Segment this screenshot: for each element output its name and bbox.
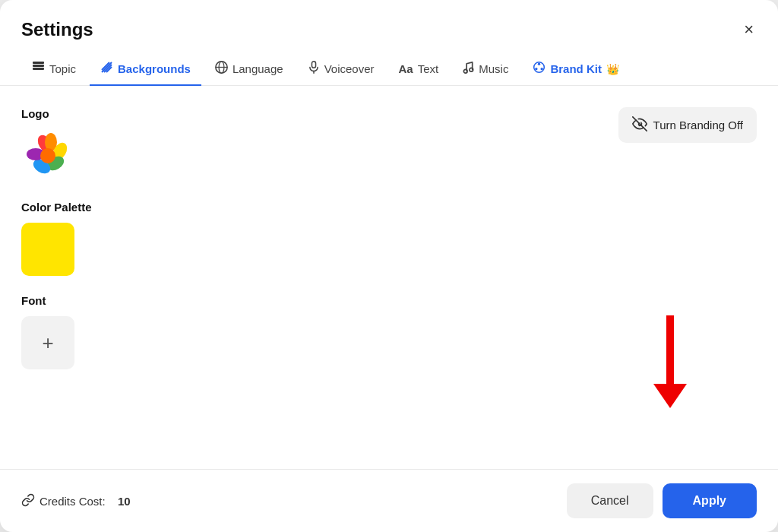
mic-icon bbox=[308, 61, 320, 77]
credits-cost: Credits Cost: 10 bbox=[21, 493, 131, 509]
svg-rect-2 bbox=[33, 62, 44, 64]
svg-rect-1 bbox=[33, 68, 44, 70]
arrow-head bbox=[653, 384, 687, 408]
globe-icon bbox=[215, 61, 228, 77]
modal-header: Settings × bbox=[0, 0, 778, 41]
turn-branding-off-label: Turn Branding Off bbox=[653, 119, 743, 131]
tab-music[interactable]: Music bbox=[452, 53, 519, 86]
close-button[interactable]: × bbox=[741, 18, 757, 41]
svg-rect-10 bbox=[312, 62, 315, 68]
tab-backgrounds-label: Backgrounds bbox=[118, 62, 191, 75]
tab-text[interactable]: Aa Text bbox=[388, 55, 450, 84]
tab-topic-label: Topic bbox=[49, 62, 76, 75]
turn-branding-off-button[interactable]: Turn Branding Off bbox=[618, 107, 757, 143]
striped-icon bbox=[100, 61, 113, 77]
music-icon bbox=[463, 61, 474, 77]
tab-voiceover[interactable]: Voiceover bbox=[297, 53, 385, 86]
add-font-button[interactable]: + bbox=[21, 316, 74, 369]
tab-language[interactable]: Language bbox=[204, 53, 294, 86]
color-palette-label: Color Palette bbox=[21, 201, 757, 214]
color-palette-section: Color Palette bbox=[21, 201, 757, 276]
tabs-row: Topic Backgrounds bbox=[0, 41, 778, 86]
modal-footer: Credits Cost: 10 Cancel Apply bbox=[0, 469, 778, 532]
tab-language-label: Language bbox=[232, 62, 283, 75]
tab-topic[interactable]: Topic bbox=[21, 53, 87, 86]
modal-title: Settings bbox=[21, 19, 93, 40]
svg-point-13 bbox=[470, 68, 473, 71]
svg-rect-0 bbox=[33, 65, 44, 67]
brand-kit-icon bbox=[533, 61, 546, 77]
tab-brand-kit-label: Brand Kit bbox=[550, 62, 602, 75]
svg-point-17 bbox=[536, 68, 538, 70]
svg-line-3 bbox=[102, 62, 112, 72]
tab-backgrounds[interactable]: Backgrounds bbox=[90, 53, 201, 86]
cancel-button[interactable]: Cancel bbox=[567, 483, 653, 518]
svg-point-16 bbox=[541, 68, 543, 70]
apply-button[interactable]: Apply bbox=[663, 483, 757, 518]
modal-body: Turn Branding Off Logo bbox=[0, 86, 778, 469]
color-swatch[interactable] bbox=[21, 223, 74, 276]
layers-icon bbox=[32, 61, 45, 77]
crown-icon: 👑 bbox=[606, 63, 619, 75]
tab-brand-kit[interactable]: Brand Kit 👑 bbox=[522, 53, 630, 86]
logo-image bbox=[21, 129, 74, 182]
credits-label: Credits Cost: bbox=[40, 495, 106, 508]
text-icon: Aa bbox=[399, 62, 413, 75]
credits-value: 10 bbox=[118, 495, 131, 508]
tab-text-label: Text bbox=[418, 62, 439, 75]
eye-off-icon bbox=[632, 116, 647, 134]
font-section: Font + bbox=[21, 294, 757, 369]
tab-music-label: Music bbox=[479, 62, 508, 75]
svg-point-15 bbox=[538, 63, 540, 65]
font-label: Font bbox=[21, 294, 757, 307]
svg-point-12 bbox=[464, 69, 468, 73]
link-icon bbox=[21, 493, 35, 509]
tab-voiceover-label: Voiceover bbox=[324, 62, 375, 75]
settings-modal: Settings × Topic bbox=[0, 0, 778, 532]
footer-buttons: Cancel Apply bbox=[567, 483, 757, 518]
svg-point-24 bbox=[40, 148, 55, 163]
